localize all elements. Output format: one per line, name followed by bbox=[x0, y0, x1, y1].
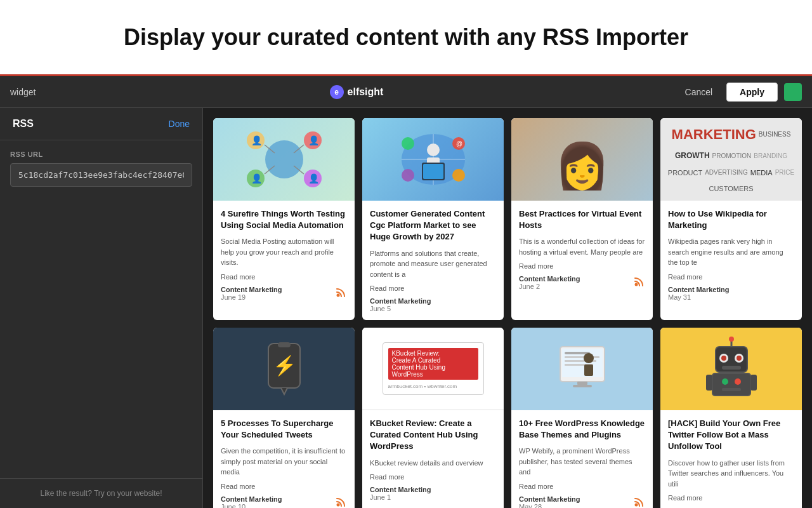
sidebar-bottom-text: Like the result? Try on your website! bbox=[0, 478, 202, 508]
card-footer: Content Marketing June 2 bbox=[519, 275, 645, 290]
card-footer: Content Marketing May 31 bbox=[668, 286, 794, 301]
svg-point-13 bbox=[337, 293, 340, 297]
logo-text: elfsight bbox=[348, 86, 384, 98]
card-title: 10+ Free WordPress Knowledge Base Themes… bbox=[519, 418, 645, 441]
svg-point-51 bbox=[722, 378, 728, 385]
card-footer: Content Marketing May 28 bbox=[519, 495, 645, 508]
card-image-8 bbox=[660, 328, 802, 410]
svg-point-17 bbox=[427, 144, 440, 156]
logo-area: e elfsight bbox=[330, 85, 384, 99]
content-area: 👤 👤 👤 👤 4 Surefire Things Worth Testing … bbox=[203, 108, 812, 508]
card-title: Best Practices for Virtual Event Hosts bbox=[519, 208, 645, 231]
card-date: June 1 bbox=[370, 493, 431, 501]
main-layout: RSS Done RSS URL Like the result? Try on… bbox=[0, 108, 812, 508]
svg-text:👤: 👤 bbox=[251, 135, 263, 146]
card-item[interactable]: 👩 Best Practices for Virtual Event Hosts… bbox=[511, 118, 653, 320]
svg-rect-55 bbox=[750, 375, 757, 391]
card-title: 4 Surefire Things Worth Testing Using So… bbox=[221, 208, 347, 231]
card-date: May 31 bbox=[668, 293, 730, 301]
banner-title: Display your curated content with any RS… bbox=[124, 24, 688, 51]
rss-url-label: RSS URL bbox=[10, 150, 192, 158]
svg-rect-54 bbox=[706, 375, 712, 391]
card-image-4: MARKETING BUSINESS GROWTH PROMOTION BRAN… bbox=[660, 118, 802, 201]
card-body-2: Customer Generated Content Cgc Platform … bbox=[362, 201, 504, 320]
card-description: This is a wonderful collection of ideas … bbox=[519, 236, 645, 257]
card-read-more[interactable]: Read more bbox=[221, 273, 347, 281]
card-description: Social Media Posting automation will hel… bbox=[221, 236, 347, 268]
card-read-more[interactable]: Read more bbox=[668, 273, 794, 281]
svg-rect-49 bbox=[722, 366, 741, 370]
card-image-1: 👤 👤 👤 👤 bbox=[213, 118, 355, 201]
card-item[interactable]: 10+ Free WordPress Knowledge Base Themes… bbox=[511, 328, 653, 508]
card-item[interactable]: 👤 👤 👤 👤 4 Surefire Things Worth Testing … bbox=[213, 118, 355, 320]
card-footer: Content Marketing June 19 bbox=[221, 286, 347, 301]
card-item[interactable]: [HACK] Build Your Own Free Twitter Follo… bbox=[660, 328, 802, 508]
apply-button[interactable]: Apply bbox=[726, 83, 778, 102]
sidebar: RSS Done RSS URL Like the result? Try on… bbox=[0, 108, 203, 508]
sidebar-content: RSS URL bbox=[0, 140, 202, 478]
card-date: May 28 bbox=[519, 503, 580, 508]
elfsight-icon: e bbox=[330, 85, 344, 99]
card-title: [HACK] Build Your Own Free Twitter Follo… bbox=[668, 418, 794, 453]
svg-rect-38 bbox=[584, 364, 593, 376]
svg-point-24 bbox=[452, 169, 465, 182]
svg-rect-20 bbox=[423, 164, 443, 179]
top-banner: Display your curated content with any RS… bbox=[0, 0, 812, 76]
card-read-more[interactable]: Read more bbox=[519, 483, 645, 490]
rss-icon bbox=[634, 276, 645, 290]
card-read-more[interactable]: Read more bbox=[370, 284, 496, 292]
card-title: KBucket Review: Create a Curated Content… bbox=[370, 418, 496, 453]
card-read-more[interactable]: Read more bbox=[668, 494, 794, 502]
card-category: Content Marketing bbox=[221, 286, 282, 293]
svg-point-0 bbox=[265, 140, 303, 178]
svg-point-52 bbox=[735, 378, 741, 385]
card-item[interactable]: MARKETING BUSINESS GROWTH PROMOTION BRAN… bbox=[660, 118, 802, 320]
card-description: Platforms and solutions that create, pro… bbox=[370, 248, 496, 280]
cancel-button[interactable]: Cancel bbox=[678, 83, 721, 101]
sidebar-done-button[interactable]: Done bbox=[169, 119, 190, 129]
card-category: Content Marketing bbox=[668, 286, 730, 293]
card-body-5: 5 Processes To Supercharge Your Schedule… bbox=[213, 410, 355, 508]
card-description: WP Webify, a prominent WordPress publish… bbox=[519, 446, 645, 478]
card-body-8: [HACK] Build Your Own Free Twitter Follo… bbox=[660, 410, 802, 508]
card-category: Content Marketing bbox=[519, 495, 580, 503]
svg-text:@: @ bbox=[456, 140, 462, 147]
card-item[interactable]: @ Customer Generated Content Cgc Platfor… bbox=[362, 118, 504, 320]
card-description: Wikipedia pages rank very high in search… bbox=[668, 236, 794, 268]
svg-point-25 bbox=[402, 169, 414, 182]
card-read-more[interactable]: Read more bbox=[519, 262, 645, 270]
card-body-4: How to Use Wikipedia for Marketing Wikip… bbox=[660, 201, 802, 309]
card-footer: Content Marketing June 10 bbox=[221, 495, 347, 508]
card-category: Content Marketing bbox=[221, 495, 282, 503]
green-button[interactable] bbox=[784, 83, 802, 101]
rss-url-input[interactable] bbox=[10, 163, 192, 187]
card-read-more[interactable]: Read more bbox=[221, 483, 347, 490]
svg-rect-40 bbox=[573, 385, 592, 387]
card-image-7 bbox=[511, 328, 653, 410]
elfsight-logo: e elfsight bbox=[330, 85, 384, 99]
svg-rect-39 bbox=[577, 382, 587, 385]
card-image-5: ⚡ bbox=[213, 328, 355, 410]
card-body-1: 4 Surefire Things Worth Testing Using So… bbox=[213, 201, 355, 309]
card-read-more[interactable]: Read more bbox=[370, 473, 496, 481]
card-body-6: KBucket Review: Create a Curated Content… bbox=[362, 410, 504, 508]
svg-rect-28 bbox=[278, 342, 291, 347]
card-category: Content Marketing bbox=[370, 486, 431, 493]
cards-grid: 👤 👤 👤 👤 4 Surefire Things Worth Testing … bbox=[213, 118, 802, 508]
card-date: June 10 bbox=[221, 503, 282, 508]
card-item[interactable]: ⚡ 5 Processes To Supercharge Your Schedu… bbox=[213, 328, 355, 508]
svg-rect-50 bbox=[712, 373, 750, 396]
card-title: How to Use Wikipedia for Marketing bbox=[668, 208, 794, 231]
svg-point-26 bbox=[635, 283, 638, 286]
svg-point-45 bbox=[721, 356, 726, 361]
toolbar: widget e elfsight Cancel Apply bbox=[0, 76, 812, 108]
svg-point-48 bbox=[729, 337, 734, 342]
card-body-3: Best Practices for Virtual Event Hosts T… bbox=[511, 201, 653, 298]
card-item[interactable]: KBucket Review:Create A CuratedContent H… bbox=[362, 328, 504, 508]
card-date: June 5 bbox=[370, 305, 431, 312]
svg-text:⚡: ⚡ bbox=[272, 354, 296, 377]
svg-rect-34 bbox=[565, 356, 599, 358]
svg-text:👤: 👤 bbox=[251, 173, 263, 184]
svg-text:👤: 👤 bbox=[308, 173, 320, 184]
card-date: June 19 bbox=[221, 293, 282, 301]
